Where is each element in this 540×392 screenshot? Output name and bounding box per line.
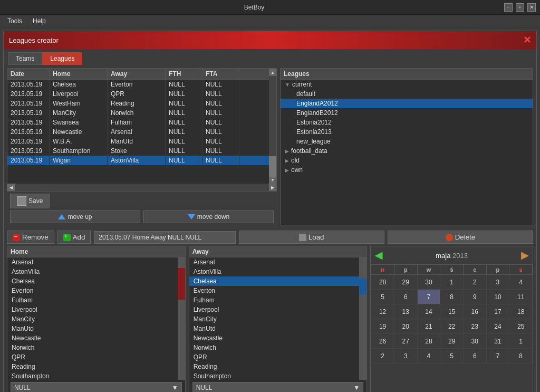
table-row[interactable]: 2013.05.19 ManCity Norwich NULL NULL [7,108,269,118]
cal-day[interactable]: 28 [417,334,440,349]
cal-day[interactable]: 29 [440,334,464,349]
table-row[interactable]: 2013.05.19 Liverpool QPR NULL NULL [7,89,269,99]
away-list-item[interactable]: Liverpool [189,305,360,314]
cal-day[interactable]: 8 [440,290,464,304]
tab-teams[interactable]: Teams [8,52,42,65]
cal-day[interactable]: 20 [394,319,417,334]
scroll-left-arrow[interactable]: ◀ [7,184,15,191]
tree-item[interactable]: Estonia2013 [281,127,533,137]
save-button[interactable]: Save [10,194,50,208]
home-list-item[interactable]: AstonVilla [7,267,178,276]
close-window-button[interactable]: ✕ [527,3,536,12]
cal-day[interactable]: 5 [440,349,464,364]
tree-item[interactable]: EnglandB2012 [281,108,533,118]
home-dropdown[interactable]: NULL ▼ [11,382,182,392]
cal-day[interactable]: 6 [394,290,417,304]
away-dropdown[interactable]: NULL ▼ [192,382,364,392]
cal-day[interactable]: 22 [440,319,464,334]
table-row[interactable]: 2013.05.19 Swansea Fulham NULL NULL [7,118,269,127]
cal-day[interactable]: 26 [371,334,394,349]
cal-day[interactable]: 12 [371,304,394,319]
cal-day[interactable]: 15 [440,304,464,319]
away-list-item[interactable]: Southampton [189,371,360,380]
away-list-item[interactable]: QPR [189,352,360,362]
tree-item[interactable]: new_league [281,137,533,146]
cal-day[interactable]: 1 [509,334,533,349]
away-list-item[interactable]: ManCity [189,314,360,324]
tree-item[interactable]: ▶football_data [281,146,533,156]
home-list-item[interactable]: Reading [7,362,178,371]
scroll-up-arrow[interactable]: ▲ [269,69,276,76]
tree-item[interactable]: Estonia2012 [281,118,533,127]
tab-leagues[interactable]: Leagues [42,52,82,65]
cal-day[interactable]: 13 [394,304,417,319]
cal-day[interactable]: 4 [509,275,533,290]
cal-day[interactable]: 6 [463,349,486,364]
move-up-button[interactable]: move up [10,211,140,223]
cal-day[interactable]: 16 [463,304,486,319]
cal-day[interactable]: 11 [509,290,533,304]
table-row[interactable]: 2013.05.19 Chelsea Everton NULL NULL [7,80,269,89]
cal-day[interactable]: 17 [486,304,509,319]
cal-day[interactable]: 3 [394,349,417,364]
cal-day[interactable]: 30 [417,275,440,290]
away-list-item[interactable]: AstonVilla [189,267,360,276]
cal-prev-button[interactable]: ◀ [375,250,382,261]
home-list-item[interactable]: QPR [7,352,178,362]
remove-button[interactable]: Remove [7,231,54,244]
cal-day[interactable]: 19 [371,319,394,334]
table-row[interactable]: 2013.05.19 W.B.A. ManUtd NULL NULL [7,137,269,146]
cal-day[interactable]: 2 [371,349,394,364]
home-list-scrollbar[interactable] [178,257,185,380]
maximize-button[interactable]: + [516,3,524,12]
scroll-down-arrow[interactable]: ▼ [269,176,276,184]
cal-day[interactable]: 7 [486,349,509,364]
home-list-item[interactable]: Everton [7,286,178,295]
cal-day[interactable]: 8 [509,349,533,364]
away-list-item[interactable]: Reading [189,362,360,371]
home-list-item[interactable]: Norwich [7,343,178,352]
cal-day[interactable]: 18 [509,304,533,319]
away-list-item[interactable]: Chelsea [189,276,360,286]
menu-tools[interactable]: Tools [2,16,27,26]
table-row[interactable]: 2013.05.19 Newcastle Arsenal NULL NULL [7,127,269,137]
away-list-item[interactable]: Arsenal [189,257,360,267]
table-scrollbar-v[interactable]: ▲ ▼ [269,69,276,184]
home-list-item[interactable]: Southampton [7,371,178,380]
cal-day[interactable]: 9 [463,290,486,304]
cal-day[interactable]: 29 [394,275,417,290]
cal-next-button[interactable]: ▶ [521,250,528,261]
away-list-item[interactable]: Norwich [189,343,360,352]
away-list-item[interactable]: Newcastle [189,333,360,343]
away-list-item[interactable]: ManUtd [189,324,360,333]
home-list-item[interactable]: Liverpool [7,305,178,314]
cal-day[interactable]: 5 [371,290,394,304]
tree-item[interactable]: default [281,89,533,99]
add-button[interactable]: Add [57,231,91,244]
cal-day[interactable]: 31 [486,334,509,349]
dialog-close-button[interactable]: ✕ [523,34,531,46]
home-list-item[interactable]: Newcastle [7,333,178,343]
away-list-item[interactable]: Fulham [189,295,360,305]
cal-day[interactable]: 27 [394,334,417,349]
table-scrollbar-h[interactable]: ◀ ▶ [7,184,276,191]
home-list-item[interactable]: ManCity [7,314,178,324]
cal-day[interactable]: 3 [486,275,509,290]
tree-item[interactable]: EnglandA2012 [281,99,533,108]
cal-day[interactable]: 25 [509,319,533,334]
cal-day[interactable]: 10 [486,290,509,304]
cal-day[interactable]: 1 [440,275,464,290]
cal-day[interactable]: 28 [371,275,394,290]
table-row[interactable]: 2013.05.19 Southampton Stoke NULL NULL [7,146,269,156]
tree-item[interactable]: ▶own [281,165,533,175]
home-list-item[interactable]: ManUtd [7,324,178,333]
cal-day[interactable]: 24 [486,319,509,334]
menu-help[interactable]: Help [27,16,51,26]
load-button[interactable]: Load [239,231,384,244]
tree-item[interactable]: ▼current [281,80,533,89]
cal-day[interactable]: 21 [417,319,440,334]
cal-day[interactable]: 30 [463,334,486,349]
scroll-right-arrow[interactable]: ▶ [269,184,276,191]
cal-day[interactable]: 23 [463,319,486,334]
table-row[interactable]: 2013.05.19 Wigan AstonVilla NULL NULL [7,156,269,165]
